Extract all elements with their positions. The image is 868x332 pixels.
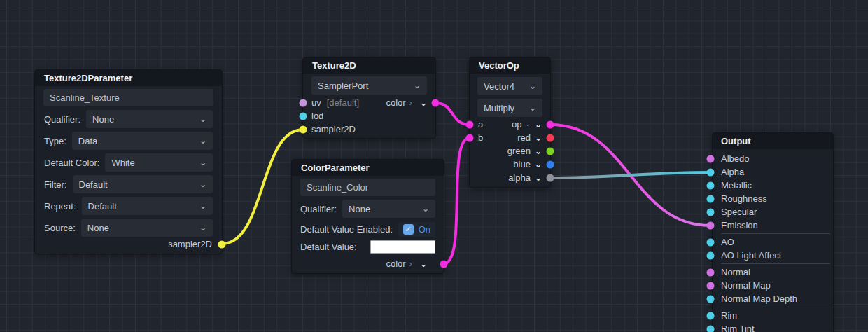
type-label: Type: <box>44 136 66 146</box>
specular-input-port[interactable] <box>707 208 715 216</box>
chevron-down-icon: ⌄ <box>414 81 421 90</box>
lod-input-label: lod <box>312 111 323 121</box>
albedo-input-port[interactable] <box>707 155 715 162</box>
a-input-port[interactable] <box>466 120 474 128</box>
default-value-enabled-toggle[interactable]: ✓ On <box>398 222 435 237</box>
b-input-label: b <box>478 132 483 143</box>
chevron-down-icon: ⌄ <box>200 223 206 232</box>
metallic-input-port[interactable] <box>707 181 715 189</box>
node-title[interactable]: Output <box>713 133 833 149</box>
repeat-value: Default <box>88 201 117 212</box>
source-value: None <box>88 223 109 233</box>
wire-sampler2d[interactable] <box>222 130 303 244</box>
chevron-down-icon: ⌄ <box>200 158 206 167</box>
node-texture2d-parameter[interactable]: Texture2DParameter Scanline_Texture Qual… <box>35 70 222 254</box>
operation-dropdown[interactable]: Multiply ⌄ <box>477 99 542 117</box>
filter-label: Filter: <box>44 179 67 190</box>
color-output-label: color <box>386 97 405 108</box>
expand-arrow-icon[interactable]: › <box>410 97 412 108</box>
blue-output-port[interactable] <box>547 160 554 168</box>
sampler2d-input-port[interactable] <box>300 125 307 133</box>
emission-input-port[interactable] <box>707 221 715 229</box>
vector-type-value: Vector4 <box>484 81 514 92</box>
section-divider <box>721 307 830 307</box>
node-output[interactable]: Output Albedo Alpha Metallic Roughness S… <box>713 133 833 332</box>
green-output-port[interactable] <box>547 147 554 155</box>
op-output-port[interactable] <box>547 120 554 128</box>
uv-input-port[interactable] <box>300 99 307 106</box>
color-swatch[interactable] <box>370 240 435 254</box>
chevron-down-icon: ⌄ <box>200 202 206 210</box>
filter-dropdown[interactable]: Default ⌄ <box>73 175 214 193</box>
alpha-input-port[interactable] <box>707 168 715 176</box>
chevron-down-icon: ⌄ <box>529 104 536 112</box>
source-label: Source: <box>44 223 76 233</box>
rim-input-port[interactable] <box>707 312 715 319</box>
repeat-label: Repeat: <box>44 201 76 212</box>
node-title[interactable]: Texture2DParameter <box>35 70 222 86</box>
expand-arrow-icon[interactable]: › <box>410 258 412 269</box>
vector-type-dropdown[interactable]: Vector4 ⌄ <box>477 77 542 95</box>
checkbox-checked-icon[interactable]: ✓ <box>403 224 414 235</box>
color-output-port[interactable] <box>440 260 448 268</box>
roughness-label: Roughness <box>721 193 767 204</box>
node-title[interactable]: ColorParameter <box>292 160 444 176</box>
rim-label: Rim <box>721 310 737 321</box>
repeat-dropdown[interactable]: Default ⌄ <box>82 197 213 215</box>
node-title[interactable]: Texture2D <box>303 57 435 74</box>
source-dropdown[interactable]: None ⌄ <box>81 219 213 237</box>
ao-light-affect-input-port[interactable] <box>707 251 715 259</box>
sampler-port-dropdown[interactable]: SamplerPort ⌄ <box>312 76 427 95</box>
node-texture2d[interactable]: Texture2D SamplerPort ⌄ uv [default] col… <box>303 57 435 138</box>
alpha-output-port[interactable] <box>547 174 554 181</box>
uv-default-hint: [default] <box>327 97 359 108</box>
uv-input-label: uv <box>312 97 321 108</box>
color-output-port[interactable] <box>432 99 440 106</box>
toggle-state-label: On <box>419 224 430 235</box>
port-expand-chevron-icon[interactable]: ⌄ <box>535 174 542 182</box>
wire-color-to-b[interactable] <box>443 138 470 264</box>
wire-color-to-a[interactable] <box>435 103 470 125</box>
a-input-label: a <box>478 119 483 130</box>
chevron-down-icon: ⌄ <box>200 115 206 123</box>
node-vector-op[interactable]: VectorOp Vector4 ⌄ Multiply ⌄ a op ⌄ ⌄ b… <box>470 57 550 187</box>
node-title[interactable]: VectorOp <box>470 57 550 74</box>
normal-map-depth-label: Normal Map Depth <box>721 293 797 304</box>
default-value-label: Default Value: <box>300 242 357 252</box>
port-expand-chevron-icon[interactable]: ⌄ <box>420 99 427 107</box>
chevron-down-icon: ⌄ <box>529 82 536 90</box>
default-color-dropdown[interactable]: White ⌄ <box>105 153 213 172</box>
red-output-port[interactable] <box>547 134 554 141</box>
port-expand-chevron-icon[interactable]: ⌄ <box>420 260 427 268</box>
normal-map-input-port[interactable] <box>707 282 715 289</box>
node-color-parameter[interactable]: ColorParameter Scanline_Color Qualifier:… <box>292 160 444 273</box>
port-expand-chevron-icon[interactable]: ⌄ <box>535 160 542 169</box>
lod-input-port[interactable] <box>300 112 307 120</box>
qualifier-dropdown[interactable]: None ⌄ <box>342 200 435 218</box>
port-expand-chevron-icon[interactable]: ⌄ <box>535 120 542 129</box>
sampler-port-value: SamplerPort <box>318 81 368 91</box>
qualifier-dropdown[interactable]: None ⌄ <box>86 110 213 128</box>
node-graph-canvas[interactable]: { "canvas": {"background": "#21252e", "g… <box>0 0 868 332</box>
b-input-port[interactable] <box>466 134 474 141</box>
qualifier-value: None <box>92 114 114 125</box>
normal-input-port[interactable] <box>707 268 715 276</box>
ao-label: AO <box>721 237 734 247</box>
chevron-down-icon[interactable]: ⌄ <box>525 121 531 127</box>
ao-input-port[interactable] <box>707 238 715 246</box>
type-dropdown[interactable]: Data ⌄ <box>72 132 213 150</box>
section-divider <box>721 233 830 234</box>
roughness-input-port[interactable] <box>707 195 715 202</box>
parameter-name-input[interactable]: Scanline_Texture <box>43 89 214 106</box>
operation-value: Multiply <box>484 103 514 113</box>
parameter-name-input[interactable]: Scanline_Color <box>300 179 435 196</box>
blue-output-label: blue <box>513 159 531 170</box>
albedo-label: Albedo <box>721 153 749 164</box>
rim-tint-input-port[interactable] <box>707 325 715 332</box>
default-color-value: White <box>111 158 134 168</box>
port-expand-chevron-icon[interactable]: ⌄ <box>535 147 542 155</box>
red-output-label: red <box>517 132 531 143</box>
sampler2d-output-port[interactable] <box>218 240 226 248</box>
normal-map-depth-input-port[interactable] <box>707 295 715 303</box>
port-expand-chevron-icon[interactable]: ⌄ <box>535 134 542 142</box>
